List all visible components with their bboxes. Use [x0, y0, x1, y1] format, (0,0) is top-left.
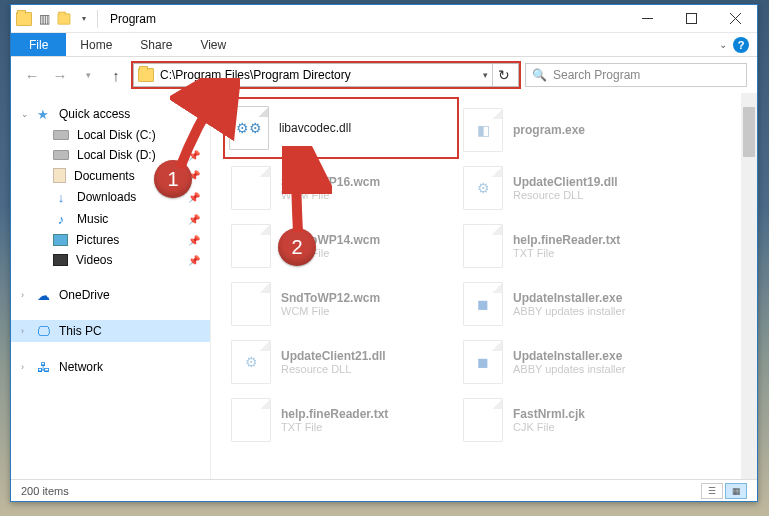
qat-dropdown-icon[interactable]: ▾	[75, 10, 93, 28]
network-icon: 🖧	[35, 359, 51, 375]
disk-icon	[53, 130, 69, 140]
recent-dropdown-icon[interactable]: ▾	[77, 64, 99, 86]
folder-icon	[138, 68, 154, 82]
up-button[interactable]: ↑	[105, 64, 127, 86]
file-item[interactable]: help.fineReader.txtTXT File	[459, 217, 691, 275]
expand-ribbon-icon[interactable]: ⌄	[719, 39, 727, 50]
file-tab[interactable]: File	[11, 33, 66, 56]
chevron-right-icon: ›	[21, 326, 24, 336]
pictures-icon	[53, 234, 68, 246]
sidebar-item-music[interactable]: ♪Music📌	[11, 208, 210, 230]
sidebar-item-downloads[interactable]: ↓Downloads📌	[11, 186, 210, 208]
pin-icon: 📌	[188, 130, 200, 141]
new-folder-icon[interactable]	[55, 10, 73, 28]
item-count: 200 items	[21, 485, 69, 497]
document-icon	[53, 168, 66, 183]
scrollbar-thumb[interactable]	[743, 107, 755, 157]
quick-access-header[interactable]: ⌄ ★ Quick access	[11, 103, 210, 125]
wcm-file-icon	[231, 224, 271, 268]
chevron-down-icon: ⌄	[21, 109, 29, 119]
exe-file-icon: ◼	[463, 282, 503, 326]
help-icon[interactable]: ?	[733, 37, 749, 53]
dll-file-icon: ⚙	[231, 340, 271, 384]
sidebar-item-documents[interactable]: Documents📌	[11, 165, 210, 186]
txt-file-icon	[463, 224, 503, 268]
close-button[interactable]	[713, 5, 757, 33]
file-list-pane[interactable]: ⚙⚙ libavcodec.dll ◧program.exe SndToWP16…	[211, 93, 757, 479]
file-item[interactable]: ⚙UpdateClient21.dllResource DLL	[227, 333, 459, 391]
exe-file-icon: ◧	[463, 108, 503, 152]
window-controls	[625, 5, 757, 33]
tab-home[interactable]: Home	[66, 33, 126, 56]
chevron-right-icon: ›	[21, 362, 24, 372]
cloud-icon: ☁	[35, 287, 51, 303]
exe-file-icon: ◼	[463, 340, 503, 384]
dll-file-icon: ⚙	[463, 166, 503, 210]
navigation-pane: ⌄ ★ Quick access Local Disk (C:)📌 Local …	[11, 93, 211, 479]
chevron-right-icon: ›	[21, 290, 24, 300]
file-item[interactable]: FastNrml.cjkCJK File	[459, 391, 691, 449]
pin-icon: 📌	[188, 255, 200, 266]
address-row: ← → ▾ ↑ C:\Program Files\Program Directo…	[11, 57, 757, 93]
refresh-button[interactable]: ↻	[492, 64, 514, 86]
monitor-icon: 🖵	[35, 323, 51, 339]
file-item[interactable]: ⚙UpdateClient19.dllResource DLL	[459, 159, 691, 217]
sidebar-item-local-disk-d[interactable]: Local Disk (D:)📌	[11, 145, 210, 165]
sidebar-item-this-pc[interactable]: ›🖵This PC	[11, 320, 210, 342]
quick-access-toolbar: ▥ ▾	[15, 10, 100, 28]
file-item[interactable]: SndToWP14.wcmWCM File	[227, 217, 459, 275]
forward-button[interactable]: →	[49, 64, 71, 86]
file-item-highlighted[interactable]: ⚙⚙ libavcodec.dll	[225, 99, 457, 157]
disk-icon	[53, 150, 69, 160]
file-item[interactable]: help.fineReader.txtTXT File	[227, 391, 459, 449]
tab-view[interactable]: View	[186, 33, 240, 56]
download-icon: ↓	[53, 189, 69, 205]
title-bar: ▥ ▾ Program	[11, 5, 757, 33]
file-item[interactable]: SndToWP16.wcmWCM File	[227, 159, 459, 217]
tab-share[interactable]: Share	[126, 33, 186, 56]
separator	[97, 10, 98, 28]
pin-icon: 📌	[188, 192, 200, 203]
maximize-button[interactable]	[669, 5, 713, 33]
icons-view-button[interactable]: ▦	[725, 483, 747, 499]
pin-icon: 📌	[188, 214, 200, 225]
sidebar-item-network[interactable]: ›🖧Network	[11, 356, 210, 378]
cjk-file-icon	[463, 398, 503, 442]
folder-icon	[15, 10, 33, 28]
chevron-down-icon[interactable]: ▾	[479, 70, 492, 80]
file-item[interactable]: ◧program.exe	[459, 101, 691, 159]
window-title: Program	[110, 12, 156, 26]
sidebar-item-local-disk-c[interactable]: Local Disk (C:)📌	[11, 125, 210, 145]
pin-icon: 📌	[188, 150, 200, 161]
svg-rect-1	[686, 14, 696, 24]
star-icon: ★	[35, 106, 51, 122]
wcm-file-icon	[231, 166, 271, 210]
explorer-window: ▥ ▾ Program File Home Share View ⌄ ? ← →…	[10, 4, 758, 502]
address-bar[interactable]: C:\Program Files\Program Directory ▾ ↻	[133, 63, 519, 87]
videos-icon	[53, 254, 68, 266]
minimize-button[interactable]	[625, 5, 669, 33]
properties-icon[interactable]: ▥	[35, 10, 53, 28]
pin-icon: 📌	[188, 235, 200, 246]
file-name: libavcodec.dll	[279, 121, 351, 135]
file-item[interactable]: SndToWP12.wcmWCM File	[227, 275, 459, 333]
sidebar-item-videos[interactable]: Videos📌	[11, 250, 210, 270]
dll-file-icon: ⚙⚙	[229, 106, 269, 150]
sidebar-item-pictures[interactable]: Pictures📌	[11, 230, 210, 250]
status-bar: 200 items ☰ ▦	[11, 479, 757, 501]
search-input[interactable]: 🔍 Search Program	[525, 63, 747, 87]
body: ⌄ ★ Quick access Local Disk (C:)📌 Local …	[11, 93, 757, 479]
txt-file-icon	[231, 398, 271, 442]
search-placeholder: Search Program	[553, 68, 640, 82]
details-view-button[interactable]: ☰	[701, 483, 723, 499]
address-path: C:\Program Files\Program Directory	[160, 68, 479, 82]
pin-icon: 📌	[188, 170, 200, 181]
ribbon-tabs: File Home Share View ⌄ ?	[11, 33, 757, 57]
sidebar-item-onedrive[interactable]: ›☁OneDrive	[11, 284, 210, 306]
vertical-scrollbar[interactable]	[741, 93, 757, 479]
wcm-file-icon	[231, 282, 271, 326]
music-icon: ♪	[53, 211, 69, 227]
back-button[interactable]: ←	[21, 64, 43, 86]
file-item[interactable]: ◼UpdateInstaller.exeABBY updates install…	[459, 333, 691, 391]
file-item[interactable]: ◼UpdateInstaller.exeABBY updates install…	[459, 275, 691, 333]
